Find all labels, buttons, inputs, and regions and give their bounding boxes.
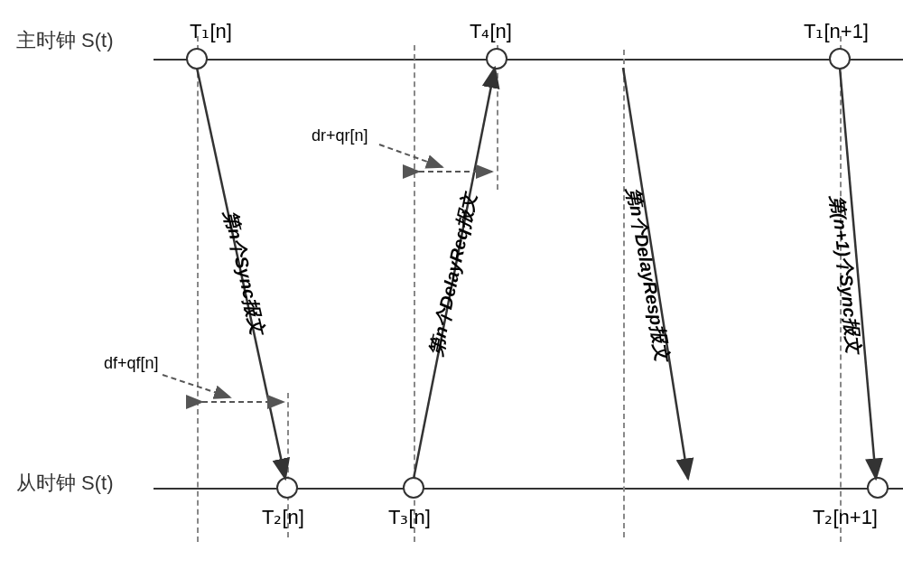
- ts-t4n: T₄[n]: [470, 20, 512, 43]
- diagram-stage: { "axes": { "master_label": "主时钟 S(t)", …: [0, 0, 903, 588]
- event-t1n1: [829, 48, 851, 70]
- slave-label: 从时钟 S(t): [16, 470, 114, 497]
- master-timeline: [154, 59, 903, 61]
- event-t4n: [486, 48, 507, 70]
- event-t3n: [403, 477, 424, 499]
- event-t2n: [276, 477, 298, 499]
- label-delayreq-n: 第n个DelayReq报文: [424, 191, 482, 358]
- label-sync-n: 第n个Sync报文: [218, 208, 270, 337]
- guide-delayresp: [623, 50, 625, 537]
- ts-t2n: T₂[n]: [262, 506, 304, 529]
- ts-t1n1: T₁[n+1]: [804, 20, 869, 43]
- slave-timeline: [154, 488, 903, 490]
- event-t1n: [186, 48, 208, 70]
- svg-line-9: [379, 145, 442, 167]
- ts-t1n: T₁[n]: [190, 20, 232, 43]
- ts-t2n1: T₂[n+1]: [813, 506, 878, 529]
- label-sync-n1: 第(n+1)个Sync报文: [824, 193, 865, 354]
- label-dr: dr+qr[n]: [312, 126, 368, 145]
- guide-t1n: [197, 36, 199, 542]
- guide-t3n: [414, 45, 415, 542]
- label-df: df+qf[n]: [104, 354, 159, 373]
- master-label: 主时钟 S(t): [16, 27, 114, 54]
- event-t2n1: [867, 477, 889, 499]
- label-delayresp-n: 第n个DelayResp报文: [620, 185, 675, 362]
- ts-t3n: T₃[n]: [388, 506, 431, 529]
